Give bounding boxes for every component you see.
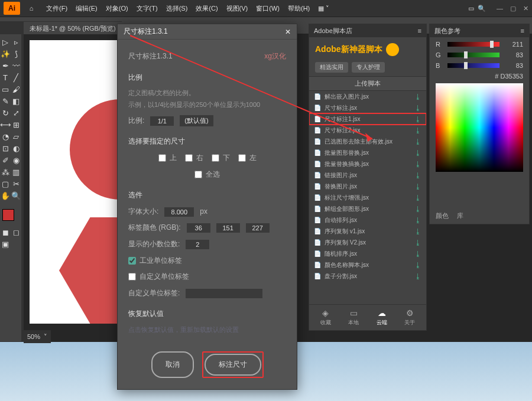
document-tab[interactable]: 未标题-1* @ 50% (RGB/预览) xyxy=(24,22,122,35)
direct-selection-tool[interactable]: ▹ xyxy=(11,37,21,47)
eraser-tool[interactable]: ◧ xyxy=(11,96,21,106)
g-slider[interactable] xyxy=(447,53,499,57)
chk-left[interactable]: 左 xyxy=(238,152,257,165)
panel-btn-cloud[interactable]: ☁云端 xyxy=(377,308,387,327)
scripts-list[interactable]: 📄解出嵌入图片.jsx⭳📄尺寸标注.jsx⭳📄尺寸标注1.jsx⭳📄尺寸标注2.… xyxy=(309,91,426,304)
font-size-input[interactable] xyxy=(164,207,194,217)
scale-default-button[interactable]: (默认值) xyxy=(180,115,213,126)
script-item[interactable]: 📄替换图片.jsx⭳ xyxy=(309,181,426,192)
magic-wand-tool[interactable]: ✨ xyxy=(0,48,11,59)
mesh-tool[interactable]: ⊡ xyxy=(0,143,11,154)
chk-bottom[interactable]: 下 xyxy=(212,152,230,165)
download-icon[interactable]: ⭳ xyxy=(414,239,421,247)
dialog-close-button[interactable]: ✕ xyxy=(285,28,291,36)
selection-tool[interactable]: ▷ xyxy=(0,37,11,47)
scripts-pill-2[interactable]: 专人护理 xyxy=(352,62,385,73)
panel-btn-local[interactable]: ▭本地 xyxy=(348,308,359,327)
script-item[interactable]: 📄序列复制 V2.jsx⭳ xyxy=(309,237,426,248)
download-icon[interactable]: ⭳ xyxy=(414,182,421,191)
zoom-dropdown-icon[interactable]: ˅ xyxy=(44,333,47,341)
rgb-b-input[interactable] xyxy=(246,223,270,233)
download-icon[interactable]: ⭳ xyxy=(414,93,421,101)
panel-btn-about[interactable]: ⚙关于 xyxy=(404,308,415,327)
blend-tool[interactable]: ◉ xyxy=(11,155,21,165)
custom-unit-input[interactable] xyxy=(186,289,262,298)
color-swatch[interactable] xyxy=(0,207,21,226)
lasso-tool[interactable]: ⟆ xyxy=(11,48,21,59)
script-item[interactable]: 📄颜色名称脚本.jsx⭳ xyxy=(309,259,426,270)
script-item[interactable]: 📄盘子分割.jsx⭳ xyxy=(309,270,426,282)
curvature-tool[interactable]: 〰 xyxy=(11,60,21,71)
scale-tool[interactable]: ⤢ xyxy=(11,107,21,118)
download-icon[interactable]: ⭳ xyxy=(414,171,421,180)
script-item[interactable]: 📄已选图形去除主部有效.jsx⭳ xyxy=(309,136,426,147)
ok-button[interactable]: 标注尺寸 xyxy=(205,354,261,376)
download-icon[interactable]: ⭳ xyxy=(414,227,421,236)
panel-menu-icon[interactable]: ≡ xyxy=(521,27,524,34)
graph-tool[interactable]: ▥ xyxy=(11,167,21,177)
script-item[interactable]: 📄批量图形替换.jsx⭳ xyxy=(309,147,426,158)
download-icon[interactable]: ⭳ xyxy=(414,194,421,202)
shape-builder-tool[interactable]: ◔ xyxy=(0,131,11,142)
screen-mode-icon[interactable]: ▣ xyxy=(0,239,11,249)
download-icon[interactable]: ⭳ xyxy=(414,138,421,146)
script-item[interactable]: 📄序列复制 v1.jsx⭳ xyxy=(309,226,426,237)
script-item[interactable]: 📄解出嵌入图片.jsx⭳ xyxy=(309,91,426,102)
menu-object[interactable]: 对象(O) xyxy=(102,2,132,15)
menu-help[interactable]: 帮助(H) xyxy=(284,2,313,15)
download-icon[interactable]: ⭳ xyxy=(414,205,421,213)
paintbrush-tool[interactable]: 🖌 xyxy=(11,84,21,94)
script-item[interactable]: 📄尺寸标注.jsx⭳ xyxy=(309,102,426,113)
download-icon[interactable]: ⭳ xyxy=(414,216,421,224)
b-slider[interactable] xyxy=(447,63,499,68)
script-item[interactable]: 📄链接图片.jsx⭳ xyxy=(309,169,426,181)
window-close[interactable]: ✕ xyxy=(523,5,528,12)
download-icon[interactable]: ⭳ xyxy=(414,149,421,157)
download-icon[interactable]: ⭳ xyxy=(414,104,421,112)
download-icon[interactable]: ⭳ xyxy=(414,261,421,269)
scripts-upload-header[interactable]: 上传脚本 xyxy=(309,76,426,91)
gradient-tool[interactable]: ◐ xyxy=(11,143,21,154)
shaper-tool[interactable]: ✎ xyxy=(0,96,11,106)
color-spectrum[interactable] xyxy=(436,83,523,172)
rgb-r-input[interactable] xyxy=(187,223,210,233)
menu-effect[interactable]: 效果(C) xyxy=(192,2,221,15)
download-icon[interactable]: ⭳ xyxy=(414,250,421,258)
script-item[interactable]: 📄解组全部图形.jsx⭳ xyxy=(309,203,426,214)
color-panel-tab[interactable]: 颜色参考 xyxy=(434,27,460,35)
color-tab-1[interactable]: 颜色 xyxy=(436,211,449,220)
script-item[interactable]: 📄标注尺寸增强.jsx⭳ xyxy=(309,192,426,203)
script-item[interactable]: 📄批量替换插换.jsx⭳ xyxy=(309,158,426,169)
script-item[interactable]: 📄尺寸标注1.jsx⭳ xyxy=(309,113,426,125)
download-icon[interactable]: ⭳ xyxy=(414,126,421,135)
menu-extra-icon[interactable]: ▦ ˅ xyxy=(314,2,333,15)
fill-mode-icon[interactable]: ◼ xyxy=(0,227,11,237)
menu-window[interactable]: 窗口(W) xyxy=(252,2,283,15)
slice-tool[interactable]: ✂ xyxy=(11,178,21,189)
scripts-pill-1[interactable]: 精选实用 xyxy=(315,62,348,73)
chk-custom[interactable]: 自定义单位标签 xyxy=(128,270,189,283)
rectangle-tool[interactable]: ▭ xyxy=(0,84,11,94)
window-maximize[interactable]: ▢ xyxy=(510,5,516,12)
home-icon[interactable]: ⌂ xyxy=(25,2,38,15)
menu-view[interactable]: 视图(V) xyxy=(223,2,252,15)
scale-input[interactable] xyxy=(150,116,174,126)
panel-menu-icon[interactable]: ≡ xyxy=(418,27,421,34)
rotate-tool[interactable]: ↻ xyxy=(0,107,11,118)
cancel-button[interactable]: 取消 xyxy=(151,351,194,379)
zoom-tool[interactable]: 🔍 xyxy=(11,190,21,201)
menu-file[interactable]: 文件(F) xyxy=(43,2,71,15)
search-icon[interactable]: 🔍 xyxy=(478,5,486,12)
chk-industrial[interactable]: 工业单位标签 xyxy=(128,255,182,268)
zoom-level[interactable]: 50% xyxy=(27,333,40,340)
script-item[interactable]: 📄自动排列.jsx⭳ xyxy=(309,214,426,226)
layout-icon[interactable]: ▭ xyxy=(468,5,474,12)
artboard-tool[interactable]: ▢ xyxy=(0,178,11,189)
eyedropper-tool[interactable]: ✐ xyxy=(0,155,11,165)
panel-btn-fav[interactable]: ◈收藏 xyxy=(320,308,331,327)
scripts-panel-tab[interactable]: Adobe脚本店 xyxy=(314,27,352,35)
script-item[interactable]: 📄尺寸标注2.jsx⭳ xyxy=(309,125,426,136)
menu-type[interactable]: 文字(T) xyxy=(133,2,161,15)
symbol-sprayer-tool[interactable]: ⁂ xyxy=(0,167,11,177)
menu-select[interactable]: 选择(S) xyxy=(163,2,192,15)
